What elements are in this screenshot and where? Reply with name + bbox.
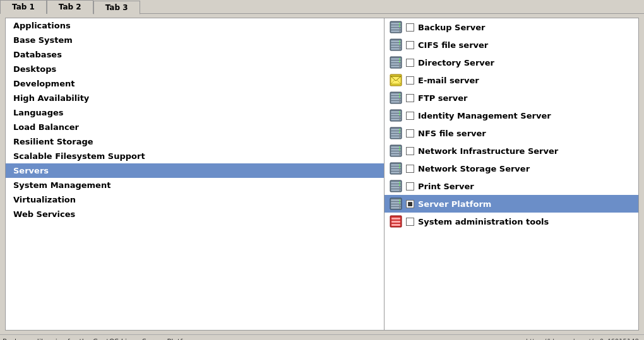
svg-point-67	[399, 155, 400, 156]
svg-point-73	[399, 165, 400, 166]
left-item-languages[interactable]: Languages	[6, 105, 384, 120]
left-item-databases[interactable]: Databases	[6, 47, 384, 62]
right-item-network-infrastructure-server[interactable]: Network Infrastructure Server	[385, 142, 638, 160]
left-item-system-management[interactable]: System Management	[6, 178, 384, 192]
svg-rect-97	[391, 221, 400, 223]
svg-rect-96	[391, 218, 400, 220]
right-item-label: Identity Management Server	[418, 111, 551, 120]
status-text: Packages libraries for the CentOS Linux …	[3, 337, 196, 340]
svg-point-83	[399, 185, 400, 186]
checkbox-e-mail-server[interactable]	[406, 76, 414, 85]
server-icon	[390, 38, 402, 51]
checkbox-print-server[interactable]	[406, 182, 414, 191]
checkbox-ftp-server[interactable]	[406, 94, 414, 102]
right-item-label: FTP server	[418, 93, 467, 103]
right-item-network-storage-server[interactable]: Network Storage Server	[385, 160, 638, 177]
right-item-label: E-mail server	[418, 76, 479, 85]
svg-point-57	[399, 134, 400, 136]
svg-point-24	[399, 61, 400, 62]
right-item-backup-server[interactable]: Backup Server	[385, 18, 638, 36]
svg-rect-98	[391, 224, 400, 226]
left-item-base-system[interactable]: Base System	[6, 33, 384, 47]
svg-point-82	[399, 182, 400, 184]
svg-point-64	[399, 147, 400, 148]
tab-2[interactable]: Tab 2	[47, 0, 93, 14]
checkbox-backup-server[interactable]	[406, 23, 414, 32]
server-icon	[390, 56, 402, 69]
svg-point-58	[399, 137, 400, 138]
checkbox-server-platform[interactable]	[406, 200, 414, 208]
svg-point-14	[399, 41, 400, 42]
right-item-label: Directory Server	[418, 58, 494, 67]
svg-point-38	[399, 97, 400, 98]
svg-point-47	[399, 114, 400, 115]
left-item-development[interactable]: Development	[6, 76, 384, 91]
svg-point-75	[399, 170, 400, 171]
checkbox-system-administration-tools[interactable]	[406, 218, 414, 226]
svg-point-76	[399, 172, 400, 173]
right-item-ftp-server[interactable]: FTP server	[385, 89, 638, 107]
left-item-applications[interactable]: Applications	[6, 18, 384, 33]
right-item-identity-management-server[interactable]: Identity Management Server	[385, 107, 638, 124]
right-panel: Backup Server CIFS file server Directory…	[385, 18, 638, 330]
svg-point-91	[399, 200, 400, 201]
server-icon	[390, 91, 402, 104]
checkbox-nfs-file-server[interactable]	[406, 129, 414, 138]
svg-point-25	[399, 64, 400, 65]
right-item-print-server[interactable]: Print Server	[385, 177, 638, 195]
svg-point-94	[399, 208, 400, 209]
server-icon	[390, 180, 402, 192]
right-item-nfs-file-server[interactable]: NFS file server	[385, 124, 638, 142]
svg-point-26	[399, 66, 400, 67]
right-item-label: NFS file server	[418, 129, 486, 138]
tools-icon	[390, 215, 402, 228]
checkbox-identity-management-server[interactable]	[406, 112, 414, 120]
right-item-e-mail-server[interactable]: E-mail server	[385, 71, 638, 89]
svg-point-6	[399, 26, 400, 27]
server-icon	[390, 162, 402, 175]
right-item-directory-server[interactable]: Directory Server	[385, 54, 638, 71]
main-container: ApplicationsBase SystemDatabasesDesktops…	[5, 18, 639, 331]
svg-point-46	[399, 112, 400, 113]
right-item-label: Network Infrastructure Server	[418, 146, 558, 156]
svg-point-48	[399, 117, 400, 118]
checkbox-network-infrastructure-server[interactable]	[406, 147, 414, 155]
right-item-server-platform[interactable]: Server Platform	[385, 195, 638, 213]
svg-point-85	[399, 190, 400, 191]
right-item-label: System administration tools	[418, 217, 549, 226]
left-item-high-availability[interactable]: High Availability	[6, 91, 384, 105]
checkbox-cifs-file-server[interactable]	[406, 41, 414, 49]
svg-point-37	[399, 94, 400, 95]
server-icon	[390, 21, 402, 33]
tab-3[interactable]: Tab 3	[93, 1, 140, 15]
left-item-desktops[interactable]: Desktops	[6, 62, 384, 76]
right-item-cifs-file-server[interactable]: CIFS file server	[385, 36, 638, 54]
svg-point-17	[399, 49, 400, 50]
left-item-scalable-filesystem-support[interactable]: Scalable Filesystem Support	[6, 149, 384, 163]
checkbox-network-storage-server[interactable]	[406, 165, 414, 173]
svg-point-15	[399, 44, 400, 45]
top-bar: Tab 1 Tab 2 Tab 3	[0, 0, 644, 14]
svg-point-84	[399, 187, 400, 189]
left-item-virtualization[interactable]: Virtualization	[6, 192, 384, 207]
left-item-web-services[interactable]: Web Services	[6, 207, 384, 221]
svg-point-7	[399, 28, 400, 30]
server-icon	[390, 197, 402, 210]
right-item-label: Backup Server	[418, 23, 485, 32]
svg-point-55	[399, 129, 400, 131]
svg-point-8	[399, 31, 400, 32]
svg-point-65	[399, 149, 400, 151]
right-item-system-administration-tools[interactable]: System administration tools	[385, 213, 638, 230]
svg-point-5	[399, 23, 400, 25]
left-panel: ApplicationsBase SystemDatabasesDesktops…	[6, 18, 385, 330]
left-item-resilient-storage[interactable]: Resilient Storage	[6, 134, 384, 149]
svg-point-16	[399, 46, 400, 47]
left-item-load-balancer[interactable]: Load Balancer	[6, 120, 384, 134]
left-item-servers[interactable]: Servers	[6, 163, 384, 178]
svg-point-40	[399, 102, 400, 103]
svg-point-74	[399, 167, 400, 168]
right-item-label: Print Server	[418, 182, 474, 191]
checkbox-directory-server[interactable]	[406, 59, 414, 67]
tab-1[interactable]: Tab 1	[0, 0, 47, 14]
email-icon	[390, 74, 402, 86]
